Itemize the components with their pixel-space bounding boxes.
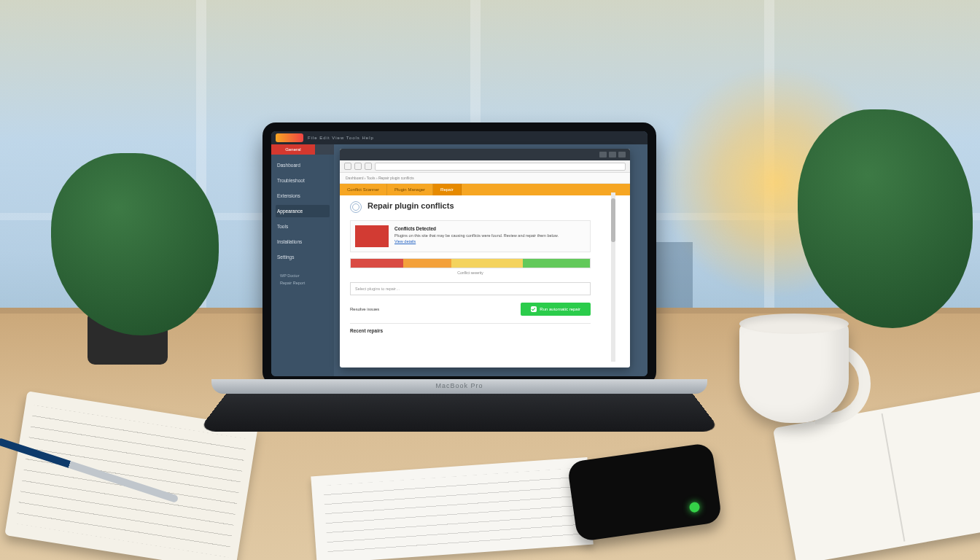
recent-repairs-heading: Recent repairs [350,328,591,333]
forward-icon[interactable] [354,163,362,170]
url-field[interactable] [375,163,626,171]
app-menu-hint: File Edit View Tools Help [308,136,374,140]
check-icon [531,306,537,312]
breadcrumb: Dashboard › Tools › Repair plugin confli… [340,173,630,184]
secondary-tab[interactable] [315,144,335,155]
plant-right [798,109,973,328]
wordpress-icon [350,201,362,213]
sidebar-item-installations[interactable]: Installations [276,236,330,248]
laptop: File Edit View Tools Help General Dashbo… [262,122,656,436]
run-repair-button-label: Run automatic repair [540,307,580,311]
run-repair-button[interactable]: Run automatic repair [521,303,591,316]
sidebar-item-extensions[interactable]: Extensions [276,190,330,202]
alert-title: Conflicts Detected [394,225,586,232]
sidebar-sub-repair-report[interactable]: Repair Report [276,279,330,287]
window-titlebar [340,149,630,160]
browser-window: Dashboard › Tools › Repair plugin confli… [340,149,630,368]
plugin-select-field[interactable]: Select plugins to repair… [350,282,591,295]
conflict-alert: Conflicts Detected Plugins on this site … [350,220,591,252]
sidebar-sub-wpdoctor[interactable]: WP Doctor [276,272,330,279]
laptop-keyboard [198,394,721,432]
sidebar-item-appearance[interactable]: Appearance [276,205,330,217]
window-close-icon[interactable] [618,152,626,158]
meter-caption: Conflict severity [350,271,591,275]
scrollbar-thumb[interactable] [611,198,615,242]
meter-seg-high [403,259,451,268]
page-title: Repair plugin conflicts [368,201,454,210]
sidebar-item-dashboard[interactable]: Dashboard [276,159,330,171]
meter-seg-critical [351,259,403,268]
action-label: Resolve issues [350,307,379,311]
alert-severity-badge [355,225,389,247]
tab-repair[interactable]: Repair [433,184,462,195]
tabs-bar: Conflict Scanner Plugin Manager Repair [340,184,630,195]
sidebar-item-settings[interactable]: Settings [276,251,330,263]
scrollbar[interactable] [611,192,615,362]
address-bar [340,160,630,173]
notification-led [689,502,701,513]
laptop-screen: File Edit View Tools Help General Dashbo… [262,122,656,385]
app-topbar: File Edit View Tools Help [271,131,648,144]
tab-plugin-manager[interactable]: Plugin Manager [387,184,433,195]
scene-photo: File Edit View Tools Help General Dashbo… [0,0,980,560]
admin-ui-root: File Edit View Tools Help General Dashbo… [271,131,648,376]
window-min-icon[interactable] [599,152,607,158]
workarea: Dashboard › Tools › Repair plugin confli… [334,144,648,376]
sidebar-item-troubleshoot[interactable]: Troubleshoot [276,174,330,187]
laptop-brand: MacBook Pro [435,382,483,389]
window-max-icon[interactable] [609,152,616,158]
sidebar: Dashboard Troubleshoot Extensions Appear… [271,155,334,376]
severity-meter [350,258,591,268]
back-icon[interactable] [344,163,351,170]
primary-tab[interactable]: General [271,144,315,155]
meter-seg-medium [451,259,523,268]
app-logo [276,133,303,142]
sidebar-item-tools[interactable]: Tools [276,220,330,233]
alert-details-link[interactable]: View details [394,239,416,244]
reload-icon[interactable] [365,163,372,170]
plugin-select-placeholder: Select plugins to repair… [355,287,400,291]
divider [350,323,591,324]
alert-body: Plugins on this site that may be causing… [394,233,559,238]
coffee-mug [739,314,871,430]
page-body: Repair plugin conflicts Conflicts Detect… [340,195,630,339]
meter-seg-ok [523,259,590,268]
tab-conflict-scanner[interactable]: Conflict Scanner [340,184,387,195]
